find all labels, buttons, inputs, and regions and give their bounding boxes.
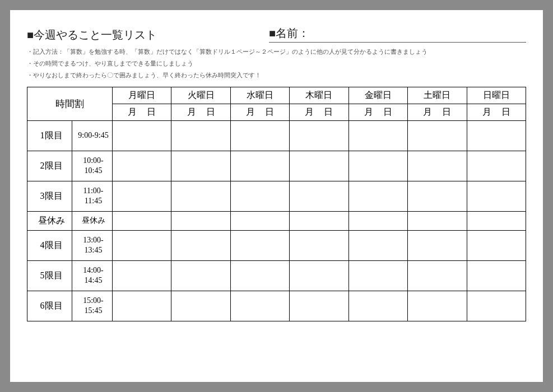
name-block[interactable]: ■名前： [269, 26, 526, 43]
day-mon: 月曜日 [113, 87, 171, 104]
date-fri[interactable]: 月日 [348, 104, 407, 120]
name-label: ■名前： [269, 27, 309, 39]
cell-p4-fri[interactable] [348, 230, 407, 260]
period-6-time: 15:00-15:45 [72, 291, 113, 321]
day-fri: 金曜日 [348, 87, 407, 104]
cell-p1-sun[interactable] [467, 120, 526, 151]
cell-p2-sat[interactable] [408, 151, 467, 181]
cell-p1-sat[interactable] [408, 120, 467, 151]
schedule-label: 時間割 [27, 87, 113, 120]
cell-p4-mon[interactable] [113, 230, 171, 260]
cell-p5-mon[interactable] [113, 260, 171, 291]
day-sun: 日曜日 [467, 87, 526, 104]
page: ■今週やること一覧リスト ■名前： ・記入方法：「算数」を勉強する時、「算数」だ… [10, 10, 543, 382]
cell-p2-tue[interactable] [171, 151, 230, 181]
cell-p5-fri[interactable] [348, 260, 407, 291]
cell-p4-wed[interactable] [230, 230, 289, 260]
cell-p1-mon[interactable] [113, 120, 171, 151]
cell-p3-sat[interactable] [408, 181, 467, 211]
date-tue[interactable]: 月日 [171, 104, 230, 120]
cell-p6-tue[interactable] [171, 291, 230, 321]
row-period-1: 1限目 9:00-9:45 [27, 120, 526, 151]
cell-p3-wed[interactable] [230, 181, 289, 211]
row-period-4: 4限目 13:00-13:45 [27, 230, 526, 260]
period-4-time: 13:00-13:45 [72, 230, 113, 260]
cell-p6-sun[interactable] [467, 291, 526, 321]
day-wed: 水曜日 [230, 87, 289, 104]
header-row: ■今週やること一覧リスト ■名前： [27, 26, 526, 43]
cell-lunch-fri[interactable] [348, 211, 407, 230]
cell-p4-thu[interactable] [290, 230, 348, 260]
cell-lunch-wed[interactable] [230, 211, 289, 230]
date-sat[interactable]: 月日 [408, 104, 467, 120]
cell-p1-thu[interactable] [290, 120, 348, 151]
row-period-2: 2限目 10:00-10:45 [27, 151, 526, 181]
cell-p4-sat[interactable] [408, 230, 467, 260]
cell-p2-wed[interactable] [230, 151, 289, 181]
cell-p1-tue[interactable] [171, 120, 230, 151]
cell-p5-sun[interactable] [467, 260, 526, 291]
header-row-days: 時間割 月曜日 火曜日 水曜日 木曜日 金曜日 土曜日 日曜日 [27, 87, 526, 104]
period-5-label: 5限目 [27, 260, 72, 291]
cell-p3-sun[interactable] [467, 181, 526, 211]
cell-p3-fri[interactable] [348, 181, 407, 211]
cell-p6-sat[interactable] [408, 291, 467, 321]
notes: ・記入方法：「算数」を勉強する時、「算数」だけではなく「算数ドリル１ページ～２ペ… [27, 47, 526, 81]
date-wed[interactable]: 月日 [230, 104, 289, 120]
page-title: ■今週やること一覧リスト [27, 29, 157, 41]
date-mon[interactable]: 月日 [113, 104, 171, 120]
period-3-label: 3限目 [27, 181, 72, 211]
cell-lunch-tue[interactable] [171, 211, 230, 230]
cell-p5-sat[interactable] [408, 260, 467, 291]
cell-p4-tue[interactable] [171, 230, 230, 260]
period-4-label: 4限目 [27, 230, 72, 260]
cell-lunch-thu[interactable] [290, 211, 348, 230]
day-thu: 木曜日 [290, 87, 348, 104]
period-2-time: 10:00-10:45 [72, 151, 113, 181]
schedule-table: 時間割 月曜日 火曜日 水曜日 木曜日 金曜日 土曜日 日曜日 月日 月日 月日… [27, 87, 526, 321]
cell-p5-thu[interactable] [290, 260, 348, 291]
cell-lunch-sat[interactable] [408, 211, 467, 230]
cell-p6-fri[interactable] [348, 291, 407, 321]
note-line-1: ・記入方法：「算数」を勉強する時、「算数」だけではなく「算数ドリル１ページ～２ペ… [27, 47, 526, 58]
cell-p1-wed[interactable] [230, 120, 289, 151]
day-sat: 土曜日 [408, 87, 467, 104]
cell-p2-fri[interactable] [348, 151, 407, 181]
cell-p5-wed[interactable] [230, 260, 289, 291]
cell-p2-thu[interactable] [290, 151, 348, 181]
row-period-3: 3限目 11:00-11:45 [27, 181, 526, 211]
row-period-6: 6限目 15:00-15:45 [27, 291, 526, 321]
cell-lunch-sun[interactable] [467, 211, 526, 230]
cell-p3-mon[interactable] [113, 181, 171, 211]
period-2-label: 2限目 [27, 151, 72, 181]
cell-p2-sun[interactable] [467, 151, 526, 181]
cell-p6-thu[interactable] [290, 291, 348, 321]
lunch-time: 昼休み [72, 211, 113, 230]
date-thu[interactable]: 月日 [290, 104, 348, 120]
period-1-time: 9:00-9:45 [72, 120, 113, 151]
cell-p6-mon[interactable] [113, 291, 171, 321]
cell-p1-fri[interactable] [348, 120, 407, 151]
period-6-label: 6限目 [27, 291, 72, 321]
cell-lunch-mon[interactable] [113, 211, 171, 230]
note-line-3: ・やりなおしまで終わったら〇で囲みましょう、早く終わったら休み時間突入です！ [27, 71, 526, 81]
row-lunch: 昼休み 昼休み [27, 211, 526, 230]
cell-p3-thu[interactable] [290, 181, 348, 211]
cell-p3-tue[interactable] [171, 181, 230, 211]
period-5-time: 14:00-14:45 [72, 260, 113, 291]
title-block: ■今週やること一覧リスト [27, 27, 157, 43]
period-1-label: 1限目 [27, 120, 72, 151]
row-period-5: 5限目 14:00-14:45 [27, 260, 526, 291]
cell-p2-mon[interactable] [113, 151, 171, 181]
cell-p4-sun[interactable] [467, 230, 526, 260]
day-tue: 火曜日 [171, 87, 230, 104]
date-sun[interactable]: 月日 [467, 104, 526, 120]
period-3-time: 11:00-11:45 [72, 181, 113, 211]
cell-p6-wed[interactable] [230, 291, 289, 321]
cell-p5-tue[interactable] [171, 260, 230, 291]
lunch-label: 昼休み [27, 211, 72, 230]
note-line-2: ・その時間でまるつけ、やり直しまでできる量にしましょう [27, 59, 526, 69]
